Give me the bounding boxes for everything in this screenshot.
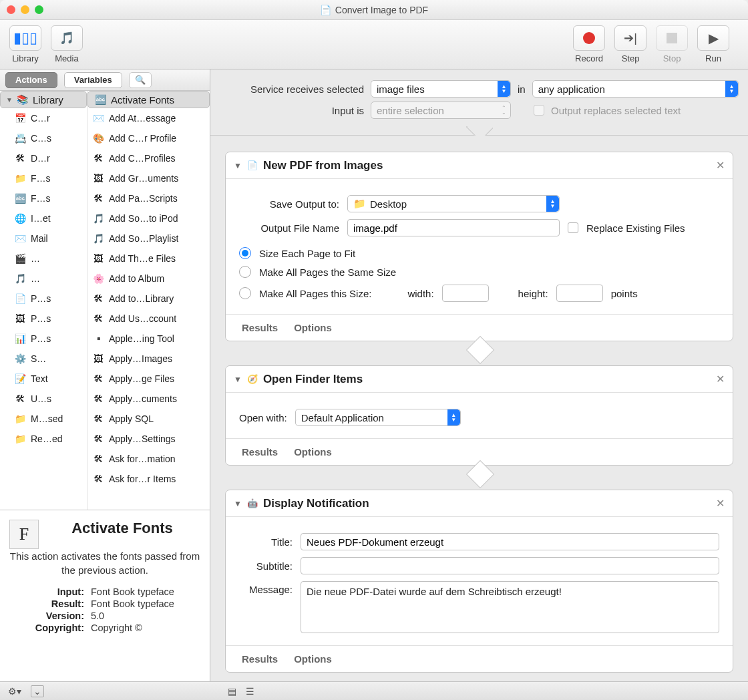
page-size-radio-fit[interactable] — [239, 247, 251, 259]
action-item[interactable]: 🛠Ask for…r Items — [87, 469, 210, 489]
media-button[interactable]: 🎵 Media — [51, 25, 83, 63]
disclosure-icon[interactable]: ▼ — [234, 161, 242, 170]
remove-step-button[interactable]: ✕ — [716, 159, 725, 172]
category-item[interactable]: 📁F…s — [0, 168, 87, 188]
category-item[interactable]: 📊P…s — [0, 329, 87, 349]
action-item[interactable]: 🛠Apply SQL — [87, 409, 210, 429]
width-input[interactable] — [442, 285, 489, 302]
action-item[interactable]: 🎨Add C…r Profile — [87, 128, 210, 148]
action-item[interactable]: ▪️Apple…ing Tool — [87, 329, 210, 349]
category-item[interactable]: 🖼P…s — [0, 309, 87, 329]
log-view-icon[interactable]: ▤ — [228, 686, 236, 697]
category-item[interactable]: 🛠D…r — [0, 148, 87, 168]
save-output-select[interactable]: 📁Desktop▲▼ — [347, 195, 560, 212]
search-field[interactable]: 🔍 — [129, 72, 152, 88]
category-item[interactable]: 📅C…r — [0, 108, 87, 128]
workflow-step-new-pdf[interactable]: ▼ 📄 New PDF from Images ✕ Save Output to… — [225, 152, 733, 341]
output-replaces-checkbox — [534, 105, 544, 116]
library-root[interactable]: ▼📚Library — [0, 91, 87, 108]
category-item[interactable]: 📁Re…ed — [0, 429, 87, 449]
action-item[interactable]: 🔤Activate Fonts — [87, 91, 210, 108]
action-item[interactable]: 🛠Add C…Profiles — [87, 148, 210, 168]
action-item[interactable]: 🛠Apply…cuments — [87, 389, 210, 409]
workflow-step-display-notification[interactable]: ▼ 🤖 Display Notification ✕ Title: Subtit… — [225, 490, 733, 673]
action-item[interactable]: 🖼Apply…Images — [87, 349, 210, 369]
options-button[interactable]: Options — [294, 322, 332, 333]
height-label: height: — [518, 288, 548, 299]
action-icon: 🛠 — [91, 472, 105, 486]
options-button[interactable]: Options — [294, 653, 332, 665]
action-icon: 🛠 — [91, 452, 105, 466]
action-item[interactable]: ✉️Add At…essage — [87, 108, 210, 128]
run-button[interactable]: ▶ Run — [697, 25, 729, 63]
height-input[interactable] — [556, 285, 603, 302]
window-title: 📄Convert Image to PDF — [0, 5, 748, 15]
category-icon: 📝 — [13, 372, 27, 385]
action-item[interactable]: 🎵Add So…Playlist — [87, 228, 210, 248]
library-toggle-button[interactable]: ▮▯▯ Library — [9, 25, 41, 63]
disclosure-icon[interactable]: ▼ — [234, 499, 242, 508]
step-connector — [217, 349, 741, 361]
action-item[interactable]: 🛠Ask for…mation — [87, 449, 210, 469]
action-item[interactable]: 🖼Add Gr…uments — [87, 168, 210, 188]
actions-list[interactable]: 🔤Activate Fonts ✉️Add At…essage 🎨Add C…r… — [87, 91, 210, 510]
category-item[interactable]: 🌐I…et — [0, 208, 87, 228]
notify-title-input[interactable] — [301, 533, 719, 550]
action-item[interactable]: 🛠Apply…ge Files — [87, 369, 210, 389]
step-button[interactable]: ➔| Step — [614, 25, 646, 63]
tab-actions[interactable]: Actions — [5, 72, 57, 88]
action-item[interactable]: 🎵Add So…to iPod — [87, 208, 210, 228]
disclosure-icon[interactable]: ▼ — [234, 375, 242, 384]
library-categories[interactable]: ▼📚Library 📅C…r 📇C…s 🛠D…r 📁F…s 🔤F…s 🌐I…et… — [0, 91, 87, 510]
document-icon: 📄 — [320, 5, 331, 15]
service-receives-select[interactable]: image files▲▼ — [371, 80, 511, 98]
library-browser: ▼📚Library 📅C…r 📇C…s 🛠D…r 📁F…s 🔤F…s 🌐I…et… — [0, 91, 210, 510]
category-item[interactable]: 📝Text — [0, 369, 87, 389]
remove-step-button[interactable]: ✕ — [716, 373, 725, 385]
category-item[interactable]: 🔤F…s — [0, 188, 87, 208]
workflow-step-open-finder[interactable]: ▼ 🧭 Open Finder Items ✕ Open with: Defau… — [225, 365, 733, 466]
in-application-select[interactable]: any application▲▼ — [532, 80, 739, 98]
notify-subtitle-input[interactable] — [301, 557, 719, 574]
record-button[interactable]: Record — [573, 25, 605, 63]
category-icon: 🛠 — [13, 152, 27, 165]
save-output-label: Save Output to: — [239, 198, 339, 210]
category-item[interactable]: 🎵… — [0, 269, 87, 289]
open-with-select[interactable]: Default Application▲▼ — [295, 409, 461, 426]
action-item[interactable]: 🛠Apply…Settings — [87, 429, 210, 449]
library-panel: Actions Variables 🔍 ▼📚Library 📅C…r 📇C…s … — [0, 69, 210, 681]
action-icon: 🎵 — [91, 212, 105, 225]
action-item[interactable]: 🛠Add to…Library — [87, 289, 210, 309]
category-item[interactable]: 📁M…sed — [0, 409, 87, 429]
category-item[interactable]: 🎬… — [0, 248, 87, 269]
category-item[interactable]: ✉️Mail — [0, 228, 87, 248]
category-item[interactable]: 🛠U…s — [0, 389, 87, 409]
results-button[interactable]: Results — [242, 653, 278, 665]
info-result-value: Font Book typeface — [91, 598, 199, 609]
notify-message-input[interactable]: Die neue PDF-Datei wurde auf dem Schreib… — [301, 581, 719, 633]
output-filename-input[interactable] — [347, 219, 560, 236]
category-item[interactable]: 📇C…s — [0, 128, 87, 148]
options-button[interactable]: Options — [294, 446, 332, 458]
step-label: Step — [622, 53, 640, 63]
folder-icon: 📁 — [353, 198, 366, 210]
replace-existing-checkbox[interactable] — [568, 222, 578, 233]
gear-icon[interactable]: ⚙︎▾ — [8, 686, 21, 697]
action-item[interactable]: 🌸Add to Album — [87, 269, 210, 289]
results-button[interactable]: Results — [242, 446, 278, 458]
action-item[interactable]: 🛠Add Pa…Scripts — [87, 188, 210, 208]
info-version-value: 5.0 — [91, 610, 199, 621]
action-item[interactable]: 🖼Add Th…e Files — [87, 248, 210, 269]
tab-variables[interactable]: Variables — [64, 72, 122, 88]
action-item[interactable]: 🛠Add Us…ccount — [87, 309, 210, 329]
page-size-radio-custom[interactable] — [239, 287, 251, 299]
results-button[interactable]: Results — [242, 322, 278, 333]
workflow-view-icon[interactable]: ☰ — [246, 686, 254, 697]
category-item[interactable]: ⚙️S… — [0, 349, 87, 369]
remove-step-button[interactable]: ✕ — [716, 497, 725, 510]
media-icon: 🎵 — [59, 31, 74, 45]
caret-toggle-icon[interactable]: ⌄ — [31, 685, 44, 697]
page-size-radio-same[interactable] — [239, 266, 251, 278]
workflow-canvas[interactable]: ▼ 📄 New PDF from Images ✕ Save Output to… — [210, 136, 748, 681]
category-item[interactable]: 📄P…s — [0, 289, 87, 309]
